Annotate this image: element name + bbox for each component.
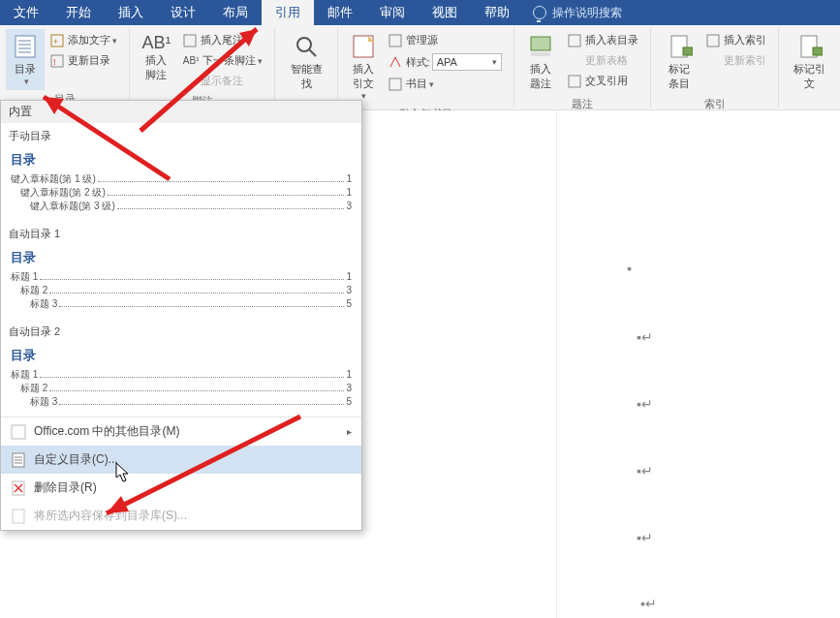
mark-cit-icon <box>795 33 823 60</box>
manage-icon <box>389 34 402 47</box>
menu-view[interactable]: 视图 <box>419 0 471 25</box>
menu-review[interactable]: 审阅 <box>366 0 419 25</box>
office-icon <box>11 424 26 440</box>
para-return-mark: ▪↵ <box>637 530 653 545</box>
svg-rect-14 <box>389 78 401 90</box>
fig-table-icon <box>568 34 581 47</box>
save-gallery-icon <box>11 509 26 524</box>
mark-entry-icon <box>666 33 693 60</box>
toc-button[interactable]: 目录 ▾ <box>6 29 45 90</box>
manage-sources-button[interactable]: 管理源 <box>387 31 504 49</box>
citation-icon <box>350 33 377 60</box>
tell-me-search[interactable]: 操作说明搜索 <box>523 0 632 25</box>
update-toc-button[interactable]: !更新目录 <box>48 51 119 70</box>
menu-mailings[interactable]: 邮件 <box>314 0 366 25</box>
mark-citation-button[interactable]: 标记引文 <box>785 29 834 95</box>
svg-rect-16 <box>531 52 550 56</box>
toc-preview-auto2[interactable]: 目录 标题 11 标题 23 标题 35 <box>1 341 361 417</box>
biblio-icon <box>389 77 402 91</box>
svg-rect-21 <box>707 35 719 46</box>
menubar: 文件 开始 插入 设计 布局 引用 邮件 审阅 视图 帮助 操作说明搜索 <box>0 0 840 25</box>
svg-rect-0 <box>16 36 35 57</box>
svg-rect-13 <box>389 35 401 46</box>
toc-button-label: 目录 <box>15 62 36 77</box>
update-index-icon <box>706 54 720 68</box>
update-index-button[interactable]: 更新索引 <box>704 51 768 70</box>
toc-section-auto1: 自动目录 1 <box>1 221 361 243</box>
tell-me-label: 操作说明搜索 <box>552 5 622 21</box>
arrow-to-custom-toc <box>92 407 305 523</box>
document-area: ▪ ▪↵ ▪↵ ▪↵ ▪↵ ▪↵ <box>362 110 840 618</box>
ribbon-group-authorities: 标记引文 <box>779 27 840 108</box>
svg-line-11 <box>309 49 316 56</box>
ribbon-group-captions: 插入题注 插入表目录 更新表格 交叉引用 题注 <box>514 27 652 108</box>
style-icon <box>389 55 402 69</box>
update-icon: ! <box>50 54 64 68</box>
ribbon-group-citations: 插入引文 ▾ 管理源 样式: APA▾ 书目▾ 引文与书目 <box>338 27 514 108</box>
caption-icon <box>527 33 554 60</box>
bibliography-button[interactable]: 书目▾ <box>387 75 504 93</box>
mark-entry-button[interactable]: 标记条目 <box>657 29 700 95</box>
para-mark: ▪ <box>627 261 632 276</box>
style-select[interactable]: APA▾ <box>432 53 502 71</box>
group-label-authorities <box>808 95 811 110</box>
chevron-right-icon: ▸ <box>347 426 352 437</box>
svg-rect-18 <box>569 76 580 87</box>
para-return-mark: ▪↵ <box>637 396 653 412</box>
menu-file[interactable]: 文件 <box>0 0 52 25</box>
bulb-icon <box>533 6 546 19</box>
remove-icon <box>11 480 26 496</box>
insert-figures-table-button[interactable]: 插入表目录 <box>566 31 640 49</box>
cross-reference-button[interactable]: 交叉引用 <box>566 72 640 90</box>
ribbon-group-index: 标记条目 插入索引 更新索引 索引 <box>651 27 779 108</box>
style-select-row: 样式: APA▾ <box>387 51 504 73</box>
crossref-icon <box>568 75 581 88</box>
insert-citation-button[interactable]: 插入引文 ▾ <box>344 29 383 105</box>
svg-rect-24 <box>12 425 25 439</box>
custom-toc-icon <box>11 452 26 468</box>
svg-rect-17 <box>569 35 580 46</box>
para-return-mark: ▪↵ <box>637 463 653 479</box>
svg-text:!: ! <box>53 57 56 67</box>
add-text-icon: + <box>50 34 64 47</box>
menu-help[interactable]: 帮助 <box>471 0 523 25</box>
toc-icon <box>12 33 39 60</box>
para-return-mark: ▪↵ <box>637 329 653 345</box>
para-return-mark: ▪↵ <box>640 596 657 611</box>
insert-caption-button[interactable]: 插入题注 <box>520 29 563 95</box>
svg-rect-20 <box>683 47 693 55</box>
chevron-down-icon: ▾ <box>24 77 29 86</box>
document-page[interactable]: ▪ ▪↵ ▪↵ ▪↵ ▪↵ ▪↵ <box>556 110 840 618</box>
arrow-to-toc-button <box>29 87 174 184</box>
magnify-icon <box>293 33 320 60</box>
update-table-button[interactable]: 更新表格 <box>566 51 640 70</box>
toc-section-auto2: 自动目录 2 <box>1 319 361 341</box>
ribbon-group-research: 智能查找 <box>275 27 337 108</box>
svg-line-35 <box>44 97 170 179</box>
svg-rect-32 <box>13 510 24 523</box>
add-text-button[interactable]: +添加文字▾ <box>48 31 119 49</box>
insert-index-button[interactable]: 插入索引 <box>704 31 768 49</box>
toc-preview-auto1[interactable]: 目录 标题 11 标题 23 标题 35 <box>1 243 361 319</box>
svg-point-10 <box>297 38 311 51</box>
smart-lookup-button[interactable]: 智能查找 <box>281 29 330 95</box>
svg-line-37 <box>107 417 300 513</box>
menu-home[interactable]: 开始 <box>52 0 105 25</box>
update-table-icon <box>568 54 581 68</box>
svg-text:+: + <box>53 37 58 46</box>
svg-rect-23 <box>813 47 823 55</box>
svg-rect-15 <box>531 37 550 50</box>
index-icon <box>706 34 720 47</box>
